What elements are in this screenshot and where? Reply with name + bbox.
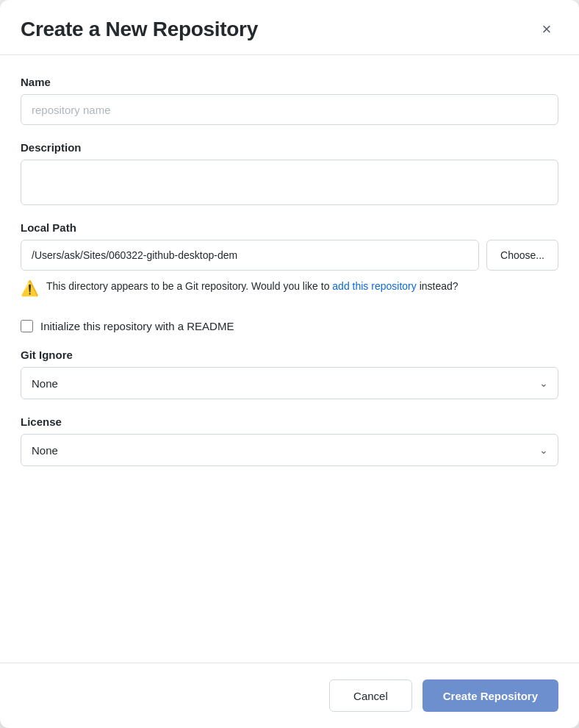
choose-button[interactable]: Choose... [486,240,558,271]
warning-text-after-link: instead? [420,280,458,292]
local-path-label: Local Path [21,221,558,234]
git-ignore-select-wrapper: None ⌄ [21,367,558,399]
license-select[interactable]: None [21,434,558,466]
dialog-title: Create a New Repository [21,18,258,41]
init-readme-checkbox[interactable] [21,320,33,332]
cancel-button[interactable]: Cancel [329,679,412,712]
local-path-row: Choose... [21,240,558,271]
warning-text-before-link: This directory appears to be a Git repos… [46,280,329,292]
git-ignore-group: Git Ignore None ⌄ [21,349,558,399]
license-label: License [21,415,558,428]
init-readme-label[interactable]: Initialize this repository with a README [40,320,234,332]
local-path-group: Local Path Choose... ⚠️ This directory a… [21,221,558,304]
create-repository-dialog: Create a New Repository × Name Descripti… [0,0,579,728]
git-ignore-select[interactable]: None [21,367,558,399]
description-input[interactable] [21,160,558,205]
description-label: Description [21,141,558,154]
dialog-body: Name Description Local Path Choose... ⚠️… [0,55,579,663]
name-input[interactable] [21,94,558,125]
local-path-input[interactable] [21,240,479,271]
git-ignore-label: Git Ignore [21,349,558,361]
dialog-header: Create a New Repository × [0,0,579,55]
license-select-wrapper: None ⌄ [21,434,558,466]
warning-icon: ⚠️ [21,279,39,298]
create-repository-button[interactable]: Create Repository [422,679,558,712]
init-readme-row: Initialize this repository with a README [21,320,558,332]
warning-box: ⚠️ This directory appears to be a Git re… [21,278,558,298]
name-group: Name [21,76,558,125]
description-group: Description [21,141,558,205]
warning-text: This directory appears to be a Git repos… [46,278,458,294]
license-group: License None ⌄ [21,415,558,466]
name-label: Name [21,76,558,88]
close-button[interactable]: × [535,18,558,41]
add-repository-link[interactable]: add this repository [332,280,416,292]
dialog-footer: Cancel Create Repository [0,663,579,728]
